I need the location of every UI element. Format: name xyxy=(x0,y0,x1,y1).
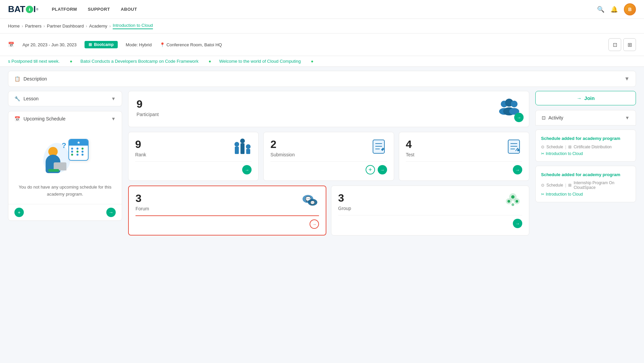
activity-meta1: Schedule xyxy=(546,145,563,149)
svg-point-21 xyxy=(517,149,519,151)
activity-meta2: Internship Program On CloudSpace xyxy=(574,180,630,190)
svg-rect-9 xyxy=(246,149,250,154)
forum-card: 3 Forum 💬 💬 → xyxy=(128,186,326,236)
nav-about[interactable]: ABOUT xyxy=(121,7,137,12)
activity-card-meta: ⊙ Schedule | ⊞ Cirtificate Distribution xyxy=(541,145,630,149)
description-icon: 📋 xyxy=(14,76,20,82)
submission-icon xyxy=(370,138,387,156)
submission-add-button[interactable]: + xyxy=(366,165,375,174)
right-panel: → Join ⊡ Activity ▼ Schedule added for a… xyxy=(535,91,636,236)
date-range: Apr 20, 2023 - Jun 30, 2023 xyxy=(22,42,76,47)
schedule-illustration: ★ ? xyxy=(38,133,92,180)
schedule-arrow-button[interactable]: → xyxy=(106,208,116,217)
activity-meta2: Cirtificate Distribution xyxy=(574,145,611,149)
center-content: 9 Participant → xyxy=(128,91,529,236)
navigation: BAT I ® PLATFORM SUPPORT ABOUT 🔍 🔔 B xyxy=(0,0,644,19)
breadcrumb-current[interactable]: Introduction to Cloud xyxy=(113,23,153,29)
schedule-radio-icon: ⊙ xyxy=(541,183,544,188)
activity-header[interactable]: ⊡ Activity ▼ xyxy=(535,110,636,125)
internship-icon: ⊞ xyxy=(568,183,572,188)
view-list-button[interactable]: ⊡ xyxy=(608,38,621,51)
schedule-empty-state: ★ ? You do not have any upcoming schedul… xyxy=(8,126,122,204)
test-card: 4 Test → xyxy=(399,132,529,181)
description-label: Description xyxy=(23,76,47,82)
search-icon[interactable]: 🔍 xyxy=(597,6,604,13)
logo-text-end: I xyxy=(34,4,36,14)
rank-icon xyxy=(233,138,252,156)
svg-point-12 xyxy=(246,144,251,149)
svg-rect-7 xyxy=(235,147,239,154)
submission-count: 2 xyxy=(270,138,294,151)
nav-support[interactable]: SUPPORT xyxy=(88,7,110,12)
logo-text: BAT xyxy=(8,4,25,14)
join-button[interactable]: → Join xyxy=(535,91,636,105)
activity-meta1: Schedule xyxy=(546,183,563,188)
avatar[interactable]: B xyxy=(624,3,636,15)
group-arrow-button[interactable]: → xyxy=(513,219,522,228)
test-icon xyxy=(505,138,522,156)
location-label: 📍 Conference Room, Batoi HQ xyxy=(160,42,222,47)
svg-point-29 xyxy=(511,195,515,199)
activity-icon: ⊡ xyxy=(542,115,546,120)
join-icon: → xyxy=(577,95,582,101)
activity-label: Activity xyxy=(548,115,563,120)
activity-card-link[interactable]: ✂ Introduction to Cloud xyxy=(541,192,630,197)
test-count: 4 xyxy=(406,138,415,151)
activity-cards: Schedule added for academy program ⊙ Sch… xyxy=(535,125,636,202)
forum-arrow-button[interactable]: → xyxy=(310,219,319,229)
breadcrumb: Home › Partners › Partner Dashboard › Ac… xyxy=(0,19,644,34)
participant-label: Participant xyxy=(137,112,159,117)
breadcrumb-partners[interactable]: Partners xyxy=(25,23,42,29)
rank-arrow-button[interactable]: → xyxy=(242,165,252,174)
submission-label: Submission xyxy=(270,152,294,157)
nav-icons: 🔍 🔔 B xyxy=(597,3,636,15)
group-count: 3 xyxy=(338,192,351,204)
lesson-header[interactable]: 🔧 Lesson ▼ xyxy=(8,91,122,106)
description-bar[interactable]: 📋 Description ▼ xyxy=(8,71,636,87)
view-toggle: ⊡ ⊞ xyxy=(608,38,636,51)
participant-arrow-button[interactable]: → xyxy=(514,113,524,122)
view-grid-button[interactable]: ⊞ xyxy=(623,38,636,51)
calendar-icon: 📅 xyxy=(8,42,14,48)
schedule-icon: 📅 xyxy=(14,116,20,121)
group-label: Group xyxy=(338,206,351,211)
schedule-header[interactable]: 📅 Upcoming Schedule ▼ xyxy=(8,111,122,126)
svg-point-30 xyxy=(507,200,510,203)
activity-card-meta: ⊙ Schedule | ⊞ Internship Program On Clo… xyxy=(541,180,630,190)
meta-bar: 📅 Apr 20, 2023 - Jun 30, 2023 ⊞ Bootcamp… xyxy=(0,34,644,56)
ticker-item-1: s Postponed till next week. xyxy=(8,59,60,64)
stats-grid: 9 Rank → xyxy=(128,132,529,181)
activity-card: Schedule added for academy program ⊙ Sch… xyxy=(535,166,636,203)
submission-arrow-button[interactable]: → xyxy=(378,165,387,174)
forum-label: Forum xyxy=(136,206,149,211)
schedule-add-button[interactable]: + xyxy=(14,208,24,217)
lesson-icon: 🔧 xyxy=(14,96,20,101)
schedule-chevron-icon: ▼ xyxy=(111,116,116,121)
test-arrow-button[interactable]: → xyxy=(513,165,522,174)
activity-section: ⊡ Activity ▼ Schedule added for academy … xyxy=(535,110,636,202)
activity-card: Schedule added for academy program ⊙ Sch… xyxy=(535,129,636,162)
svg-point-31 xyxy=(516,200,518,203)
breadcrumb-partner-dashboard[interactable]: Partner Dashboard xyxy=(47,23,84,29)
svg-point-32 xyxy=(512,203,514,206)
bootcamp-badge: ⊞ Bootcamp xyxy=(85,41,118,48)
breadcrumb-academy[interactable]: Academy xyxy=(89,23,107,29)
stats-grid-2: 3 Forum 💬 💬 → xyxy=(128,186,529,236)
breadcrumb-home[interactable]: Home xyxy=(8,23,20,29)
logo-icon xyxy=(26,6,33,13)
activity-card-title: Schedule added for academy program xyxy=(541,171,630,178)
bootcamp-icon: ⊞ xyxy=(89,42,92,47)
activity-card-title: Schedule added for academy program xyxy=(541,135,630,142)
group-icon xyxy=(504,192,522,210)
location-icon: 📍 xyxy=(160,42,165,47)
svg-point-10 xyxy=(234,142,239,147)
svg-text:💬: 💬 xyxy=(310,200,315,205)
sidebar: 🔧 Lesson ▼ 📅 Upcoming Schedule ▼ xyxy=(8,91,122,236)
svg-rect-8 xyxy=(240,143,245,154)
lesson-label: Lesson xyxy=(23,96,39,101)
lesson-section: 🔧 Lesson ▼ xyxy=(8,91,122,106)
main-content: 🔧 Lesson ▼ 📅 Upcoming Schedule ▼ xyxy=(0,91,644,244)
notification-icon[interactable]: 🔔 xyxy=(610,6,618,13)
activity-card-link[interactable]: ✂ Introduction to Cloud xyxy=(541,151,630,156)
nav-platform[interactable]: PLATFORM xyxy=(52,7,77,12)
